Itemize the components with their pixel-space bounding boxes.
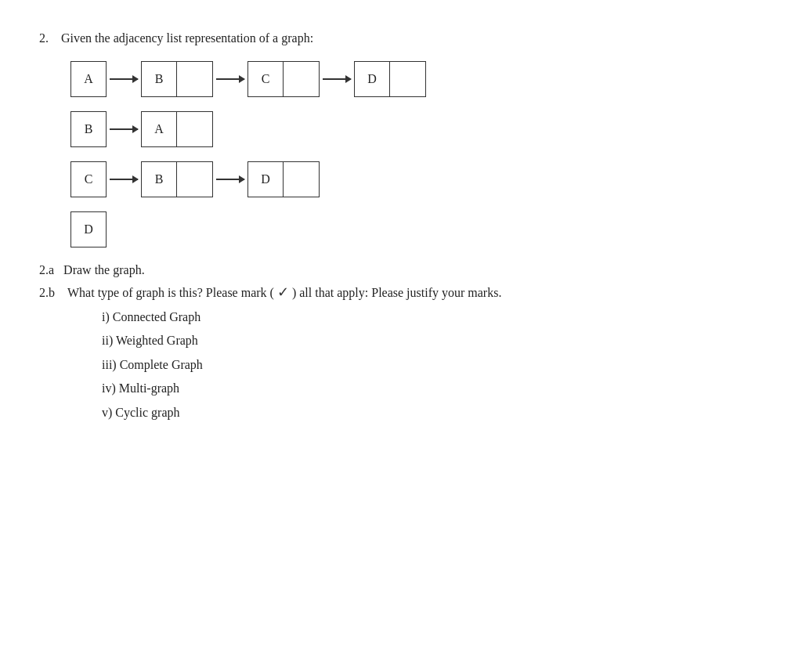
pointer-c1 — [284, 61, 320, 97]
pointer-d2 — [284, 161, 320, 197]
option-v: v) Cyclic graph — [102, 401, 763, 425]
head-node-b: B — [70, 111, 107, 147]
part-b-text2: ) all that apply: Please justify your ma… — [292, 286, 502, 300]
option-iv-roman: iv) — [102, 381, 119, 395]
graph-type-options: i) Connected Graph ii) Weighted Graph ii… — [102, 305, 763, 425]
adj-row-d: D — [70, 211, 763, 247]
adj-row-b: B A — [70, 111, 763, 147]
option-iii-label: Complete Graph — [120, 358, 203, 371]
list-node-b2: B — [141, 161, 177, 197]
question-intro-text: Given the adjacency list representation … — [61, 31, 313, 45]
option-iv: iv) Multi-graph — [102, 377, 763, 400]
adjacency-list: A B C D B A — [70, 61, 763, 247]
option-i-roman: i) — [102, 310, 113, 323]
pointer-a1 — [177, 111, 213, 147]
adj-row-c: C B D — [70, 161, 763, 197]
option-iii: iii) Complete Graph — [102, 353, 763, 377]
adj-row-a: A B C D — [70, 61, 763, 97]
option-iii-roman: iii) — [102, 358, 120, 371]
arrow-a-b — [110, 78, 138, 80]
option-i: i) Connected Graph — [102, 305, 763, 329]
option-v-roman: v) — [102, 406, 115, 419]
part-a-label: 2.a — [39, 263, 54, 276]
pointer-b1 — [177, 61, 213, 97]
list-node-b1: B — [141, 61, 177, 97]
part-b-label: 2.b — [39, 286, 55, 300]
arrow-c-d — [323, 78, 351, 80]
part-b: 2.b What type of graph is this? Please m… — [39, 284, 763, 301]
option-ii-label: Weighted Graph — [116, 334, 198, 347]
pointer-d1 — [390, 61, 426, 97]
part-a-text: Draw the graph. — [63, 263, 145, 276]
checkmark-symbol: ✓ — [277, 284, 289, 301]
list-node-d1: D — [354, 61, 390, 97]
pointer-b2 — [177, 161, 213, 197]
list-node-c1: C — [247, 61, 284, 97]
arrow-b-a — [110, 128, 138, 130]
arrow-c-b — [110, 179, 138, 180]
list-node-a1: A — [141, 111, 177, 147]
option-i-label: Connected Graph — [113, 310, 200, 323]
head-node-c: C — [70, 161, 107, 197]
option-v-label: Cyclic graph — [115, 406, 179, 419]
question-container: 2. Given the adjacency list representati… — [39, 31, 763, 425]
head-node-d: D — [70, 211, 107, 247]
option-ii: ii) Weighted Graph — [102, 329, 763, 352]
part-a: 2.a Draw the graph. — [39, 263, 763, 277]
question-number-label: 2. — [39, 31, 49, 45]
arrow-b-c — [216, 78, 244, 80]
arrow-b2-d — [216, 179, 244, 180]
head-node-a: A — [70, 61, 107, 97]
list-node-d2: D — [247, 161, 284, 197]
option-ii-roman: ii) — [102, 334, 116, 347]
question-intro: 2. Given the adjacency list representati… — [39, 31, 763, 45]
option-iv-label: Multi-graph — [119, 381, 179, 395]
part-b-text: What type of graph is this? Please mark … — [67, 286, 274, 300]
